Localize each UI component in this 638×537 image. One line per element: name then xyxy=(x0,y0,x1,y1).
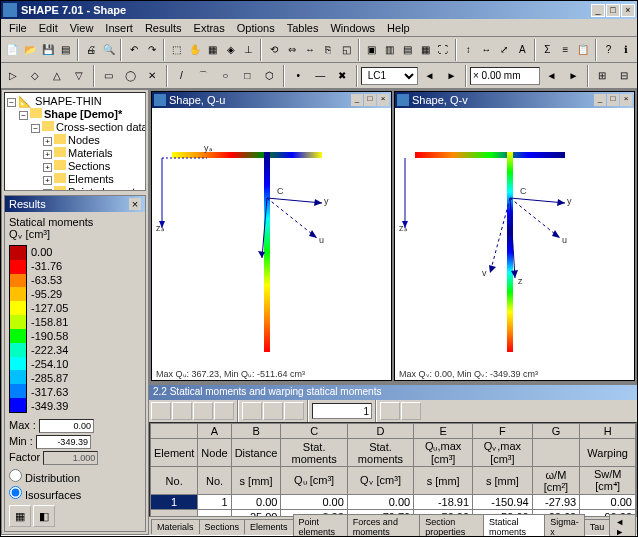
lc-next-button[interactable]: ► xyxy=(441,65,462,87)
snap-button[interactable]: ◈ xyxy=(222,39,239,61)
table-tool3-button[interactable] xyxy=(193,402,213,420)
redo-button[interactable]: ↷ xyxy=(143,39,160,61)
menu-edit[interactable]: Edit xyxy=(33,20,64,36)
results-close-button[interactable]: × xyxy=(129,198,141,210)
new-button[interactable]: 📄 xyxy=(3,39,20,61)
project-tree[interactable]: −📐 SHAPE-THIN −Shape [Demo]* −Cross-sect… xyxy=(4,92,146,191)
save-button[interactable]: 💾 xyxy=(39,39,56,61)
print-button[interactable]: 🖨 xyxy=(82,39,99,61)
table-cell-input[interactable] xyxy=(312,403,372,419)
mode3-button[interactable]: △ xyxy=(47,65,68,87)
menu-view[interactable]: View xyxy=(64,20,100,36)
sel2-button[interactable]: ◯ xyxy=(120,65,141,87)
tab-section-properties[interactable]: Section properties xyxy=(419,514,484,538)
tab-elements[interactable]: Elements xyxy=(244,519,294,534)
help-button[interactable]: ? xyxy=(600,39,617,61)
info-button[interactable]: ℹ xyxy=(618,39,635,61)
max-input[interactable] xyxy=(39,419,94,433)
collapse-icon[interactable]: − xyxy=(31,124,40,133)
tab-tau[interactable]: Tau xyxy=(584,519,611,534)
mode4-button[interactable]: ▽ xyxy=(69,65,90,87)
menu-extras[interactable]: Extras xyxy=(188,20,231,36)
elem-button[interactable]: — xyxy=(310,65,331,87)
zoom-window-button[interactable]: ⬚ xyxy=(168,39,185,61)
expand-icon[interactable]: + xyxy=(43,189,52,191)
menu-help[interactable]: Help xyxy=(381,20,416,36)
save-as-button[interactable]: ▤ xyxy=(57,39,74,61)
tab-forces-and-moments[interactable]: Forces and moments xyxy=(347,514,420,538)
view2-button[interactable]: ▥ xyxy=(381,39,398,61)
view3-button[interactable]: ▤ xyxy=(399,39,416,61)
tab-sigma-x[interactable]: Sigma-x xyxy=(544,514,585,538)
expand-icon[interactable]: + xyxy=(43,163,52,172)
scale-button[interactable]: ◱ xyxy=(338,39,355,61)
mode1-button[interactable]: ▷ xyxy=(3,65,24,87)
move-button[interactable]: ↔ xyxy=(301,39,318,61)
draw3-button[interactable]: ○ xyxy=(215,65,236,87)
del-button[interactable]: ✖ xyxy=(332,65,353,87)
table-tool8-button[interactable] xyxy=(380,402,400,420)
menu-windows[interactable]: Windows xyxy=(324,20,381,36)
min-input[interactable] xyxy=(36,435,91,449)
isosurfaces-radio[interactable]: Isosurfaces xyxy=(9,486,141,501)
table-tool4-button[interactable] xyxy=(214,402,234,420)
node-button[interactable]: • xyxy=(288,65,309,87)
lc-prev-button[interactable]: ◄ xyxy=(419,65,440,87)
menu-insert[interactable]: Insert xyxy=(99,20,139,36)
pan-button[interactable]: ✋ xyxy=(186,39,203,61)
mode2-button[interactable]: ◇ xyxy=(25,65,46,87)
table-tool7-button[interactable] xyxy=(284,402,304,420)
minimize-button[interactable]: _ xyxy=(591,4,605,17)
preview-button[interactable]: 🔍 xyxy=(100,39,117,61)
extra2-button[interactable]: ⊟ xyxy=(614,65,635,87)
tab-nav-buttons[interactable]: ◄ ► xyxy=(609,514,636,538)
expand-icon[interactable]: + xyxy=(43,176,52,185)
calc-button[interactable]: Σ xyxy=(539,39,556,61)
view-close-button[interactable]: × xyxy=(620,94,632,106)
sel3-button[interactable]: ✕ xyxy=(142,65,163,87)
table-tool1-button[interactable] xyxy=(151,402,171,420)
ortho-button[interactable]: ⊥ xyxy=(240,39,257,61)
expand-icon[interactable]: + xyxy=(43,137,52,146)
view4-button[interactable]: ▦ xyxy=(417,39,434,61)
distribution-radio[interactable]: Distribution xyxy=(9,469,141,484)
table-tool2-button[interactable] xyxy=(172,402,192,420)
grid-button[interactable]: ▦ xyxy=(204,39,221,61)
draw4-button[interactable]: □ xyxy=(237,65,258,87)
table-tool9-button[interactable] xyxy=(401,402,421,420)
factor-input[interactable] xyxy=(43,451,98,465)
open-button[interactable]: 📂 xyxy=(21,39,38,61)
loadcase-select[interactable]: LC1 xyxy=(361,67,418,85)
sel1-button[interactable]: ▭ xyxy=(98,65,119,87)
view-minimize-button[interactable]: _ xyxy=(351,94,363,106)
menu-options[interactable]: Options xyxy=(231,20,281,36)
table-tool5-button[interactable] xyxy=(242,402,262,420)
dim1-button[interactable]: ↕ xyxy=(460,39,477,61)
results-table[interactable]: ABCDEFGHElementNodeDistanceStat. moments… xyxy=(150,423,636,517)
tab-materials[interactable]: Materials xyxy=(151,519,200,534)
maximize-button[interactable]: □ xyxy=(606,4,620,17)
undo-button[interactable]: ↶ xyxy=(125,39,142,61)
table-tool6-button[interactable] xyxy=(263,402,283,420)
tab-sections[interactable]: Sections xyxy=(199,519,246,534)
tab-point-elements[interactable]: Point elements xyxy=(293,514,348,538)
text-button[interactable]: A xyxy=(514,39,531,61)
menu-results[interactable]: Results xyxy=(139,20,188,36)
mirror-button[interactable]: ⇔ xyxy=(283,39,300,61)
expand-icon[interactable]: + xyxy=(43,150,52,159)
dim2-button[interactable]: ↔ xyxy=(478,39,495,61)
collapse-icon[interactable]: − xyxy=(19,111,28,120)
view1-button[interactable]: ▣ xyxy=(363,39,380,61)
fullscreen-button[interactable]: ⛶ xyxy=(435,39,452,61)
view-maximize-button[interactable]: □ xyxy=(607,94,619,106)
view-close-button[interactable]: × xyxy=(377,94,389,106)
xval-next-button[interactable]: ► xyxy=(563,65,584,87)
xval-prev-button[interactable]: ◄ xyxy=(541,65,562,87)
copy-button[interactable]: ⎘ xyxy=(320,39,337,61)
view-minimize-button[interactable]: _ xyxy=(594,94,606,106)
tab-statical-moments[interactable]: Statical moments xyxy=(483,514,545,538)
report-button[interactable]: 📋 xyxy=(575,39,592,61)
view-right-canvas[interactable]: zₐ C y u z v xyxy=(395,108,634,368)
dim3-button[interactable]: ⤢ xyxy=(496,39,513,61)
extra1-button[interactable]: ⊞ xyxy=(592,65,613,87)
